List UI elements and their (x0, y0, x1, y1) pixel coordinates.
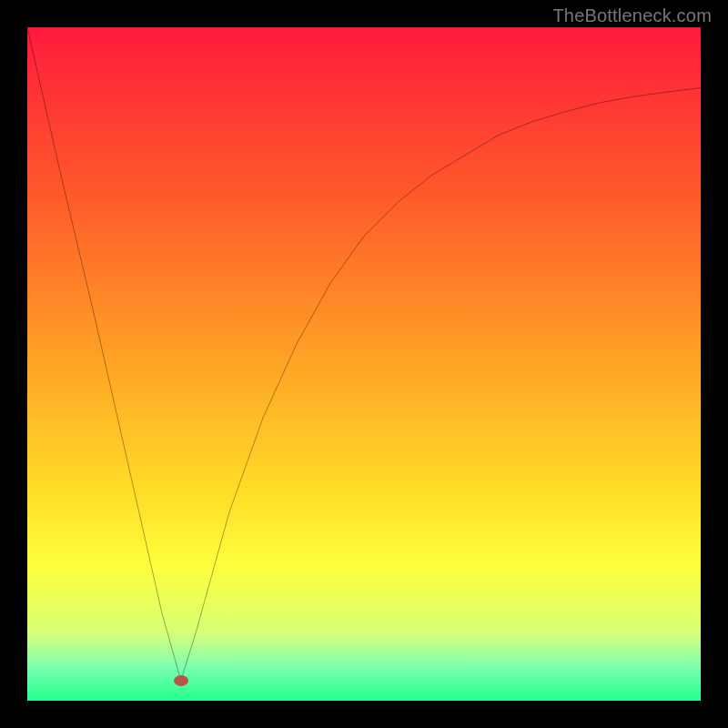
bottleneck-curve-path (27, 27, 701, 681)
plot-area (27, 27, 701, 701)
attribution-text: TheBottleneck.com (552, 5, 712, 26)
curve-svg (27, 27, 701, 701)
chart-frame: TheBottleneck.com (0, 0, 728, 728)
optimal-point-marker (174, 675, 188, 686)
